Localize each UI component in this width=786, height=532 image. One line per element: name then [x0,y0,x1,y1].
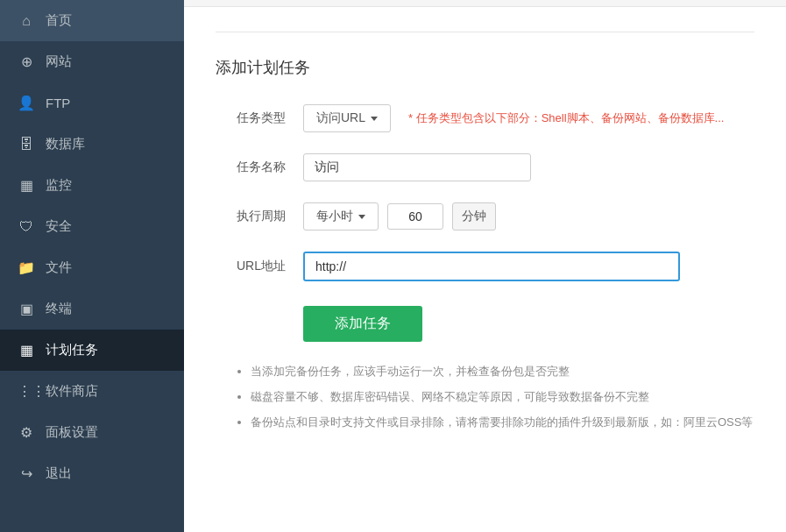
url-row: URL地址 [216,252,754,281]
url-label: URL地址 [216,259,286,274]
dropdown-caret [371,117,378,121]
sidebar-label-ftp: FTP [46,96,70,110]
monitor-icon: ▦ [18,177,35,194]
sidebar-label-logout: 退出 [46,465,72,482]
task-type-control: 访问URL * 任务类型包含以下部分：Shell脚本、备份网站、备份数据库... [303,104,724,132]
notes-list: 当添加完备份任务，应该手动运行一次，并检查备份包是否完整 磁盘容量不够、数据库密… [233,363,754,431]
note-item-2: 磁盘容量不够、数据库密码错误、网络不稳定等原因，可能导致数据备份不完整 [251,388,754,407]
note-item-3: 备份站点和目录时支持文件或目录排除，请将需要排除功能的插件升级到最新版，如：阿里… [251,414,754,432]
sidebar-label-terminal: 终端 [46,301,72,317]
sidebar-label-files: 文件 [46,259,72,276]
period-dropdown[interactable]: 每小时 [303,202,379,231]
task-type-dropdown[interactable]: 访问URL [303,104,391,132]
note-item-1: 当添加完备份任务，应该手动运行一次，并检查备份包是否完整 [251,363,754,381]
sidebar-item-settings[interactable]: ⚙ 面板设置 [0,412,184,453]
settings-icon: ⚙ [18,424,35,441]
globe-icon: ⊕ [18,53,35,70]
sidebar-label-monitor: 监控 [46,177,72,194]
terminal-icon: ▣ [18,301,35,317]
sidebar-item-security[interactable]: 🛡 安全 [0,206,184,247]
url-control [303,252,680,281]
sidebar-label-cron: 计划任务 [46,342,98,358]
sidebar-item-ftp[interactable]: 👤 FTP [0,82,184,124]
period-value: 每小时 [316,209,353,224]
sidebar-label-home: 首页 [46,12,72,29]
period-minutes-input[interactable] [387,203,443,230]
home-icon: ⌂ [18,13,35,29]
sidebar-item-website[interactable]: ⊕ 网站 [0,41,184,82]
task-type-value: 访问URL [316,110,365,126]
shield-icon: 🛡 [18,219,35,235]
sidebar-label-security: 安全 [46,218,72,235]
period-label: 执行周期 [216,209,286,224]
task-type-label: 任务类型 [216,110,286,126]
url-input[interactable] [303,252,680,281]
period-row: 执行周期 每小时 分钟 [216,202,754,231]
sidebar-item-monitor[interactable]: ▦ 监控 [0,165,184,206]
database-icon: 🗄 [18,137,35,153]
store-icon: ⋮⋮ [18,383,35,400]
period-unit: 分钟 [452,202,496,231]
sidebar-item-store[interactable]: ⋮⋮ 软件商店 [0,371,184,412]
sidebar-item-logout[interactable]: ↪ 退出 [0,453,184,494]
folder-icon: 📁 [18,259,35,276]
submit-button[interactable]: 添加任务 [303,306,422,342]
sidebar-item-cron[interactable]: ▦ 计划任务 [0,330,184,371]
sidebar-item-database[interactable]: 🗄 数据库 [0,124,184,165]
notes-section: 当添加完备份任务，应该手动运行一次，并检查备份包是否完整 磁盘容量不够、数据库密… [216,363,754,431]
task-type-row: 任务类型 访问URL * 任务类型包含以下部分：Shell脚本、备份网站、备份数… [216,104,754,132]
top-bar [184,0,786,7]
sidebar-label-website: 网站 [46,53,72,70]
submit-row: 添加任务 [216,302,754,342]
task-type-hint: * 任务类型包含以下部分：Shell脚本、备份网站、备份数据库... [408,110,724,126]
sidebar-item-files[interactable]: 📁 文件 [0,247,184,288]
top-divider [216,32,754,32]
period-caret [358,215,365,219]
sidebar-label-settings: 面板设置 [46,424,98,441]
sidebar-label-store: 软件商店 [46,383,98,400]
page-title: 添加计划任务 [216,57,754,78]
task-name-control [303,153,531,181]
period-control: 每小时 分钟 [303,202,496,231]
sidebar-label-database: 数据库 [46,136,85,153]
main-content: 添加计划任务 任务类型 访问URL * 任务类型包含以下部分：Shell脚本、备… [184,0,786,532]
cron-icon: ▦ [18,342,35,358]
task-name-label: 任务名称 [216,160,286,175]
ftp-icon: 👤 [18,95,35,111]
content-area: 添加计划任务 任务类型 访问URL * 任务类型包含以下部分：Shell脚本、备… [184,7,786,456]
task-name-row: 任务名称 [216,153,754,181]
task-name-input[interactable] [303,153,531,181]
sidebar: ⌂ 首页 ⊕ 网站 👤 FTP 🗄 数据库 ▦ 监控 🛡 安全 📁 文件 ▣ 终… [0,0,184,532]
sidebar-item-home[interactable]: ⌂ 首页 [0,0,184,41]
logout-icon: ↪ [18,465,35,482]
sidebar-item-terminal[interactable]: ▣ 终端 [0,288,184,330]
